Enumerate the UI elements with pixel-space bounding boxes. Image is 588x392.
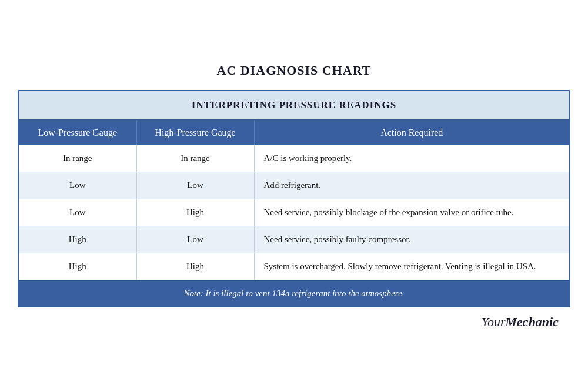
cell-high-pressure-3: High xyxy=(136,199,254,226)
cell-action-5: System is overcharged. Slowly remove ref… xyxy=(254,253,569,280)
cell-high-pressure-5: High xyxy=(136,253,254,280)
cell-action-1: A/C is working properly. xyxy=(254,145,569,172)
page-title: AC DIAGNOSIS CHART xyxy=(217,63,372,78)
diagnosis-table: Low-Pressure Gauge High-Pressure Gauge A… xyxy=(19,120,569,280)
section-header: INTERPRETING PRESSURE READINGS xyxy=(19,91,569,120)
cell-high-pressure-2: Low xyxy=(136,172,254,199)
cell-action-4: Need service, possibly faulty compressor… xyxy=(254,226,569,253)
footer-note: Note: It is illegal to vent 134a refrige… xyxy=(19,280,569,306)
cell-low-pressure-2: Low xyxy=(19,172,136,199)
cell-low-pressure-5: High xyxy=(19,253,136,280)
cell-high-pressure-4: Low xyxy=(136,226,254,253)
cell-low-pressure-3: Low xyxy=(19,199,136,226)
cell-low-pressure-4: High xyxy=(19,226,136,253)
table-row: In range In range A/C is working properl… xyxy=(19,145,569,172)
cell-action-3: Need service, possibly blockage of the e… xyxy=(254,199,569,226)
table-row: Low High Need service, possibly blockage… xyxy=(19,199,569,226)
cell-action-2: Add refrigerant. xyxy=(254,172,569,199)
table-row: High High System is overcharged. Slowly … xyxy=(19,253,569,280)
table-header-row: Low-Pressure Gauge High-Pressure Gauge A… xyxy=(19,120,569,145)
col-header-low-pressure: Low-Pressure Gauge xyxy=(19,120,136,145)
col-header-high-pressure: High-Pressure Gauge xyxy=(136,120,254,145)
cell-high-pressure-1: In range xyxy=(136,145,254,172)
table-row: High Low Need service, possibly faulty c… xyxy=(19,226,569,253)
brand-your-text: Your xyxy=(482,314,506,329)
diagnosis-table-wrapper: INTERPRETING PRESSURE READINGS Low-Press… xyxy=(18,90,570,307)
brand-mechanic-text: Mechanic xyxy=(506,314,559,329)
table-row: Low Low Add refrigerant. xyxy=(19,172,569,199)
brand-signature: YourMechanic xyxy=(482,314,559,330)
col-header-action: Action Required xyxy=(254,120,569,145)
cell-low-pressure-1: In range xyxy=(19,145,136,172)
